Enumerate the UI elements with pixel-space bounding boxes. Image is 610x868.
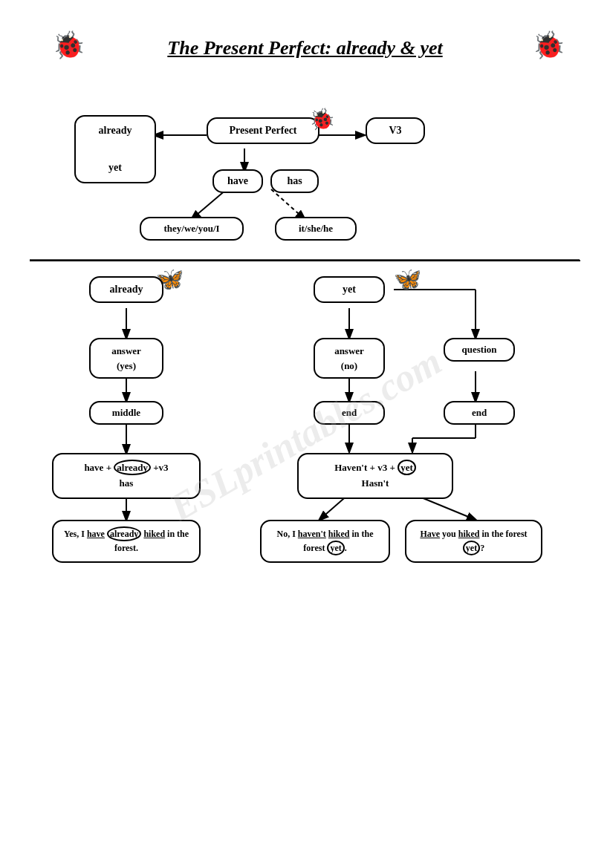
plural-subject-label: they/we/you/I [163, 223, 219, 234]
section-divider [30, 260, 580, 261]
answer-no-label: answer(no) [334, 345, 364, 371]
formula-already-box: have + already +v3has [52, 453, 201, 499]
page: ESLprintables.com 🐞 The Present Perfect:… [0, 0, 610, 868]
yet-text: yet [108, 162, 122, 173]
ladybug-center-icon: 🐞 [309, 107, 335, 131]
v3-label: V3 [389, 125, 401, 136]
yet-header-label: yet [343, 284, 356, 295]
singular-subject-label: it/she/he [299, 223, 333, 234]
question-label: question [462, 344, 497, 355]
already-text: already [99, 125, 132, 136]
plural-subject-box: they/we/you/I [140, 217, 244, 241]
svg-line-4 [271, 189, 305, 219]
have-box: have [212, 169, 263, 193]
example-question-box: Have you hiked in the forest yet? [405, 520, 542, 563]
middle-box: middle [89, 401, 163, 425]
already-header-box: already [89, 276, 163, 303]
already-yet-box: already yet [74, 115, 156, 183]
present-perfect-box: Present Perfect [207, 117, 319, 144]
svg-line-3 [192, 189, 227, 219]
example-question-label: Have you hiked in the forest yet? [420, 529, 527, 555]
example-already-box: Yes, I have already hiked in the forest. [52, 520, 201, 563]
butterfly-right-icon: 🦋 [394, 266, 421, 292]
answer-yes-box: answer(yes) [89, 338, 163, 379]
v3-box: V3 [366, 117, 425, 144]
yet-header-box: yet [314, 276, 385, 303]
content-area: 🐞 The Present Perfect: already & yet 🐞 [30, 30, 580, 838]
example-already-label: Yes, I have already hiked in the forest. [64, 526, 189, 553]
answer-yes-label: answer(yes) [111, 345, 141, 371]
has-box: has [270, 169, 319, 193]
end-no-box: end [314, 401, 385, 425]
page-title: The Present Perfect: already & yet [167, 37, 442, 59]
ladybug-right-icon: 🐞 [532, 30, 565, 61]
already-header-label: already [110, 284, 143, 295]
question-box: question [444, 338, 515, 362]
has-label: has [287, 175, 302, 186]
formula-yet-label: Haven't + v3 + yetHasn't [334, 460, 415, 489]
singular-subject-box: it/she/he [275, 217, 357, 241]
formula-yet-box: Haven't + v3 + yetHasn't [297, 453, 453, 499]
end-question-box: end [444, 401, 515, 425]
example-no-box: No, I haven't hiked in the forest yet. [260, 520, 390, 563]
have-label: have [227, 175, 248, 186]
answer-no-box: answer(no) [314, 338, 385, 379]
border-bottom [0, 13, 610, 27]
end-question-label: end [472, 407, 487, 418]
diagram-container: already yet Present Perfect 🐞 V3 have ha… [30, 74, 580, 861]
formula-already-label: have + already +v3has [84, 460, 168, 489]
border-top [0, 0, 610, 13]
end-no-label: end [342, 407, 357, 418]
ladybug-left-icon: 🐞 [52, 30, 85, 61]
example-no-label: No, I haven't hiked in the forest yet. [276, 529, 373, 555]
title-area: 🐞 The Present Perfect: already & yet 🐞 [30, 37, 580, 59]
middle-label: middle [112, 407, 140, 418]
present-perfect-label: Present Perfect [229, 125, 296, 136]
